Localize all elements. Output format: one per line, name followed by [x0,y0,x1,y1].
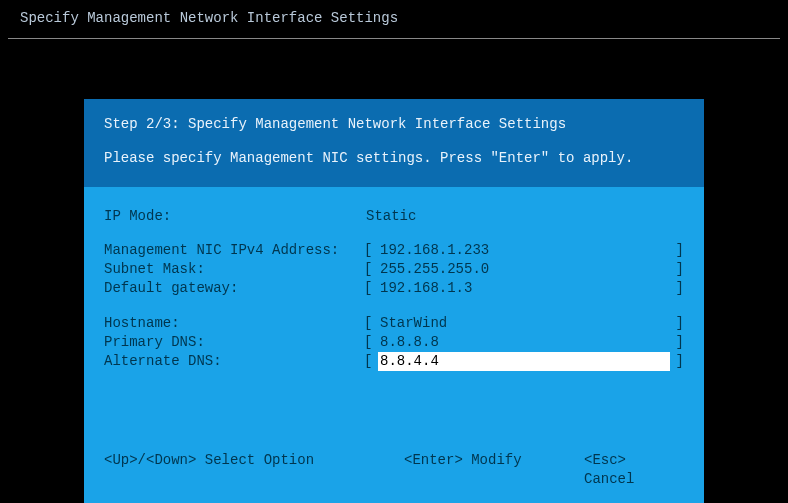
bracket-left-icon: [ [364,333,378,352]
hint-up-down: <Up>/<Down> Select Option [104,451,404,489]
page-title: Specify Management Network Interface Set… [0,0,788,38]
ipv4-value: 192.168.1.233 [378,241,670,260]
hostname-label: Hostname: [104,314,364,333]
footer-hints: <Up>/<Down> Select Option <Enter> Modify… [104,451,684,489]
ip-mode-label: IP Mode: [104,207,364,226]
bracket-left-icon: [ [364,241,378,260]
hint-enter: <Enter> Modify [404,451,584,489]
dialog-body: IP Mode: Static Management NIC IPv4 Addr… [84,187,704,503]
subnet-label: Subnet Mask: [104,260,364,279]
gateway-row[interactable]: Default gateway: [ 192.168.1.3 ] [104,279,684,298]
dns2-input[interactable]: 8.8.4.4 [378,352,670,371]
bracket-left-icon: [ [364,352,378,371]
hostname-row[interactable]: Hostname: [ StarWind ] [104,314,684,333]
dialog-header: Step 2/3: Specify Management Network Int… [84,99,704,187]
hostname-value: StarWind [378,314,670,333]
bracket-left-icon: [ [364,314,378,333]
gateway-value: 192.168.1.3 [378,279,670,298]
dns1-row[interactable]: Primary DNS: [ 8.8.8.8 ] [104,333,684,352]
dns1-value: 8.8.8.8 [378,333,670,352]
subnet-row[interactable]: Subnet Mask: [ 255.255.255.0 ] [104,260,684,279]
ipv4-label: Management NIC IPv4 Address: [104,241,364,260]
divider [8,38,780,39]
dns2-row[interactable]: Alternate DNS: [ 8.8.4.4 ] [104,352,684,371]
hint-esc: <Esc> Cancel [584,451,684,489]
bracket-right-icon: ] [670,260,684,279]
bracket-right-icon: ] [670,241,684,260]
dns1-label: Primary DNS: [104,333,364,352]
dns2-label: Alternate DNS: [104,352,364,371]
instruction-line: Please specify Management NIC settings. … [104,147,684,171]
ipv4-row[interactable]: Management NIC IPv4 Address: [ 192.168.1… [104,241,684,260]
bracket-right-icon: ] [670,279,684,298]
bracket-right-icon: ] [670,352,684,371]
ip-mode-row[interactable]: IP Mode: Static [104,207,684,226]
dialog: Step 2/3: Specify Management Network Int… [84,99,704,503]
ip-mode-value: Static [364,207,684,226]
gateway-label: Default gateway: [104,279,364,298]
bracket-left-icon: [ [364,279,378,298]
bracket-right-icon: ] [670,314,684,333]
subnet-value: 255.255.255.0 [378,260,670,279]
bracket-left-icon: [ [364,260,378,279]
bracket-right-icon: ] [670,333,684,352]
step-line: Step 2/3: Specify Management Network Int… [104,113,684,137]
